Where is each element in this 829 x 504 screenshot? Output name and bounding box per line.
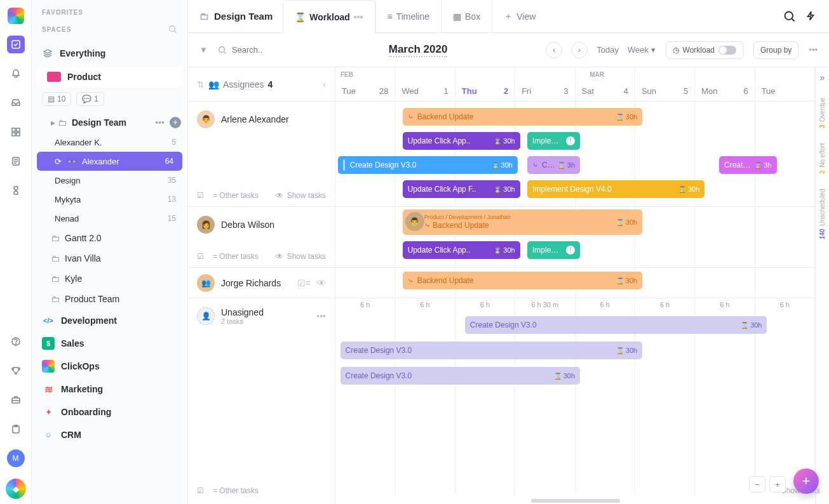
task-bar[interactable]: Update Click App..30h	[403, 132, 520, 150]
inbox-icon[interactable]	[7, 94, 25, 112]
bell-icon[interactable]	[7, 65, 25, 83]
more-icon[interactable]: •••	[316, 311, 326, 321]
search-icon[interactable]	[783, 10, 796, 23]
folder-item[interactable]: 🗀Kyle	[32, 269, 187, 289]
folder-item[interactable]: 🗀Gantt 2.0	[32, 228, 187, 248]
search-icon[interactable]	[168, 25, 177, 34]
time-icon[interactable]	[7, 182, 25, 199]
show-tasks-toggle[interactable]: 👁Show tasks	[276, 191, 326, 200]
space-item[interactable]: </>Development	[32, 309, 187, 332]
zoom-out-button[interactable]: −	[749, 476, 765, 493]
workload-grid[interactable]: FEB MAR Tue28 Wed1 Thu2 Fri3 Sat4 Sun5 M…	[335, 67, 815, 504]
scrollbar[interactable]	[531, 499, 620, 503]
checkbox-icon[interactable]: ☑	[197, 191, 204, 200]
folder-item[interactable]: 🗀Ivan Villa	[32, 248, 187, 269]
zoom-controls: − +	[749, 476, 786, 493]
assignee-row[interactable]: 👩Debra Wilson	[197, 216, 326, 234]
app-logo[interactable]	[8, 8, 24, 24]
task-bar[interactable]: Create Design V3.030h	[465, 316, 767, 334]
folder-item[interactable]: 🗀Product Team	[32, 289, 187, 309]
space-item[interactable]: ☺CRM	[32, 423, 187, 446]
task-bar[interactable]: Implement Design V4.030h	[527, 180, 704, 198]
home-icon[interactable]	[7, 36, 25, 53]
add-icon[interactable]: +	[170, 117, 181, 128]
more-icon[interactable]: •••	[809, 45, 818, 55]
member-item[interactable]: Design35	[32, 171, 187, 190]
member-item[interactable]: Alexander K.5	[32, 133, 187, 152]
unscheduled-counter[interactable]: 140Unscheduled	[819, 189, 826, 239]
breadcrumb[interactable]: 🗀 Design Team	[199, 11, 283, 22]
prev-button[interactable]: ‹	[546, 42, 562, 58]
subtask-icon: ⤷	[408, 113, 414, 121]
more-icon[interactable]: •••	[155, 117, 165, 128]
product-space[interactable]: Product	[37, 67, 182, 87]
design-team-folder[interactable]: ▸ 🗀 Design Team ••• +	[32, 112, 187, 133]
assignee-row[interactable]: 👨Arlene Alexander	[197, 110, 326, 128]
task-bar[interactable]: Update Click App..30h	[403, 241, 520, 259]
sort-icon[interactable]: ⇅	[197, 79, 205, 90]
task-bar[interactable]: Create Design V3.030h	[340, 342, 643, 359]
groupby-button[interactable]: Group by	[753, 41, 799, 59]
assignee-row[interactable]: 👥Jorge Richards ☑= 👁	[197, 274, 326, 292]
task-bar[interactable]: Create Design V3.030h	[338, 156, 518, 174]
task-bar[interactable]: ⤷Backend Update30h	[403, 108, 643, 126]
workspace-avatar[interactable]: ◆	[6, 479, 26, 499]
assignee-row-unassigned[interactable]: 👤 Unasigned2 tasks •••	[197, 307, 326, 325]
today-button[interactable]: Today	[596, 45, 619, 55]
briefcase-icon[interactable]	[7, 391, 25, 409]
everything-item[interactable]: Everything	[32, 43, 187, 64]
show-tasks-toggle[interactable]: 👁Show tasks	[276, 252, 326, 261]
apps-icon[interactable]	[7, 123, 25, 141]
workload-toggle[interactable]: ◷ Workload	[666, 41, 743, 59]
user-avatar[interactable]: M	[7, 449, 25, 467]
space-item[interactable]: ≋Marketing	[32, 378, 187, 401]
checkbox-icon[interactable]: ☑	[197, 486, 204, 495]
search-input[interactable]	[218, 45, 289, 55]
bolt-icon[interactable]	[805, 10, 816, 23]
task-bar[interactable]: ⤷Backend Update30h	[403, 272, 643, 289]
avatar: 👨	[405, 212, 424, 231]
task-bar[interactable]: Implem..!	[527, 132, 580, 150]
tab-workload[interactable]: ⌛ Workload •••	[283, 0, 375, 33]
task-bar[interactable]: Update Click App F..30h	[403, 180, 520, 198]
checkbox-icon[interactable]: ☑=	[297, 278, 311, 288]
period-label[interactable]: March 2020	[389, 43, 448, 57]
tab-box[interactable]: ▦Box	[441, 0, 492, 33]
chevron-left-icon[interactable]: ‹	[323, 79, 326, 90]
scale-select[interactable]: Week ▾	[628, 45, 656, 55]
chat-chip[interactable]: 💬1	[76, 92, 104, 106]
noeffort-counter[interactable]: 2No effort	[819, 143, 826, 174]
task-bar[interactable]: Create Design V3.030h	[340, 367, 581, 385]
task-bar[interactable]: ⤷Crea..3h	[527, 156, 580, 174]
toggle-switch[interactable]	[718, 46, 736, 55]
add-view[interactable]: ＋View	[492, 0, 547, 33]
search-field[interactable]	[232, 45, 289, 55]
doc-icon[interactable]	[7, 152, 25, 170]
trophy-icon[interactable]	[7, 362, 25, 380]
next-button[interactable]: ›	[571, 42, 588, 58]
collapse-icon[interactable]: »	[820, 72, 825, 83]
eye-icon[interactable]: 👁	[317, 278, 326, 288]
clipboard-icon[interactable]	[7, 420, 25, 438]
filter-icon[interactable]: ▼	[199, 45, 208, 55]
other-tasks-label[interactable]: = Other tasks	[213, 191, 259, 200]
task-bar[interactable]: Implem..!	[527, 241, 580, 259]
task-bar[interactable]: Create..3h	[719, 156, 777, 174]
unassigned-icon: 👤	[197, 307, 215, 325]
avatar: 👨	[197, 110, 215, 128]
member-item[interactable]: Nenad15	[32, 209, 187, 228]
overdue-counter[interactable]: 3Overdue	[819, 98, 826, 128]
tab-timeline[interactable]: ≡Timeline	[375, 0, 441, 33]
help-icon[interactable]	[7, 333, 25, 350]
member-item[interactable]: Mykyta13	[32, 190, 187, 209]
space-item[interactable]: ✦Onboarding	[32, 401, 187, 423]
space-item[interactable]: ClickOps	[32, 355, 187, 378]
member-item-selected[interactable]: ⟳👓Alexander 64	[37, 152, 182, 171]
docs-chip[interactable]: ▤10	[42, 92, 71, 106]
more-icon[interactable]: •••	[354, 12, 363, 22]
add-task-fab[interactable]: +	[793, 468, 819, 494]
space-item[interactable]: $Sales	[32, 332, 187, 355]
zoom-in-button[interactable]: +	[769, 476, 786, 493]
checkbox-icon[interactable]: ☑	[197, 252, 204, 261]
task-bar[interactable]: 👨 Product / Development / Jonathan ⤷ Bac…	[403, 209, 643, 235]
